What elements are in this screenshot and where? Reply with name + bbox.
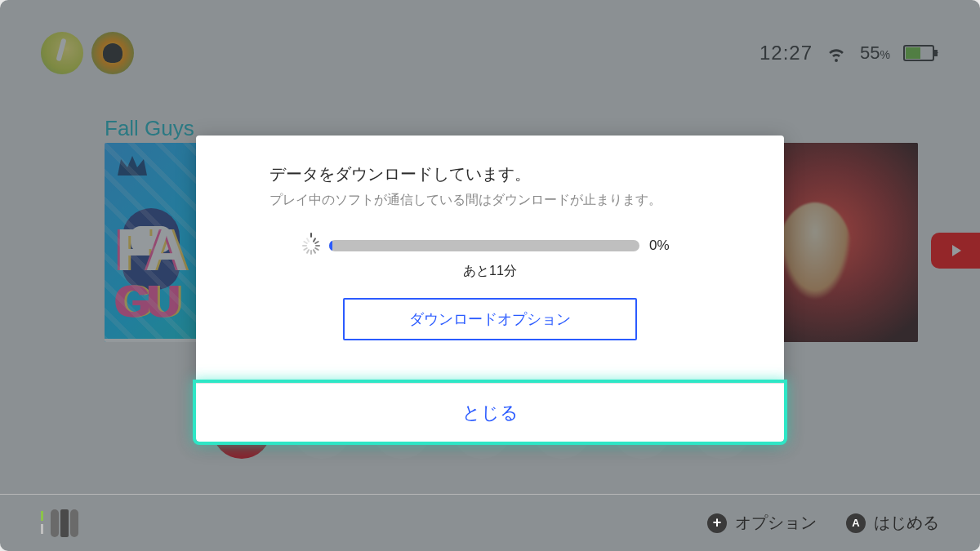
svg-rect-7	[70, 509, 78, 537]
progress-percent: 0%	[649, 238, 679, 254]
svg-rect-3	[41, 511, 43, 521]
a-button-icon: A	[846, 513, 866, 533]
dialog-title: データをダウンロードしています。	[270, 163, 710, 185]
hint-options: + オプション	[707, 512, 817, 534]
svg-rect-5	[51, 509, 59, 537]
bottom-bar: + オプション A はじめる	[0, 494, 980, 551]
hint-options-label: オプション	[735, 512, 817, 534]
eta-label: あと11分	[270, 263, 710, 280]
progress-row: 0%	[270, 237, 710, 255]
spinner-icon	[301, 237, 319, 255]
download-dialog: データをダウンロードしています。 プレイ中のソフトが通信している間はダウンロード…	[196, 136, 784, 442]
hint-start-label: はじめる	[874, 512, 939, 534]
download-options-button[interactable]: ダウンロードオプション	[343, 298, 637, 340]
svg-rect-6	[60, 509, 69, 537]
controller-icon[interactable]	[41, 509, 80, 537]
plus-button-icon: +	[707, 513, 727, 533]
hint-start: A はじめる	[846, 512, 939, 534]
svg-rect-4	[41, 524, 43, 534]
progress-bar	[329, 240, 639, 251]
close-button[interactable]: とじる	[196, 383, 784, 442]
dialog-subtitle: プレイ中のソフトが通信している間はダウンロードが止まります。	[270, 192, 710, 209]
